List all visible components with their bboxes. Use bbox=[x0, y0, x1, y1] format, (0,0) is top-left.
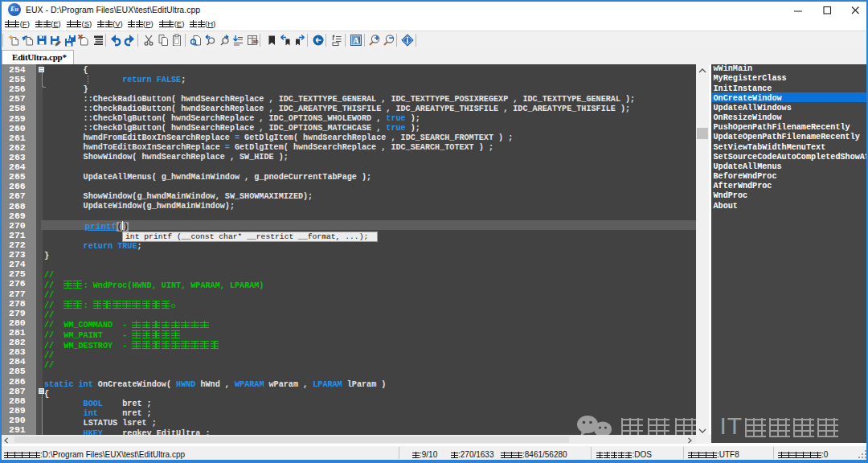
svg-text:A: A bbox=[353, 35, 359, 45]
svg-text:ab: ab bbox=[252, 39, 259, 44]
